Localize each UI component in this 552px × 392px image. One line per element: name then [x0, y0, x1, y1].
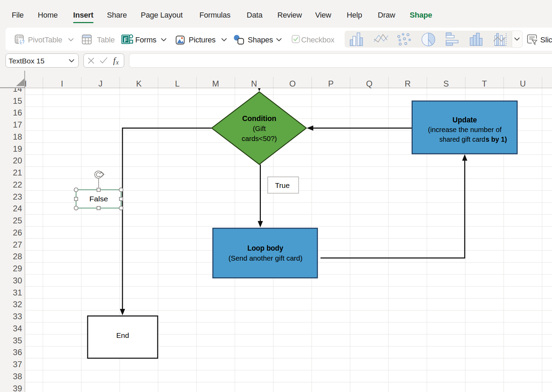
svg-text:S: S	[443, 79, 449, 88]
svg-text:Loop body: Loop body	[247, 244, 284, 252]
svg-text:31: 31	[13, 288, 22, 297]
svg-text:K: K	[136, 79, 142, 88]
svg-text:Q: Q	[366, 79, 373, 88]
svg-text:(Gift: (Gift	[253, 124, 266, 132]
svg-text:s by 1): s by 1)	[486, 135, 507, 143]
svg-text:19: 19	[13, 144, 22, 153]
svg-text:cards<50?): cards<50?)	[242, 134, 277, 142]
svg-text:23: 23	[13, 192, 22, 201]
svg-text:O: O	[289, 79, 296, 88]
svg-text:(Send another gift card): (Send another gift card)	[228, 254, 303, 262]
svg-text:P: P	[328, 79, 334, 88]
svg-text:34: 34	[13, 324, 22, 333]
svg-text:35: 35	[13, 336, 22, 345]
svg-text:Update: Update	[453, 115, 477, 124]
svg-text:32: 32	[13, 300, 22, 309]
svg-text:33: 33	[13, 312, 22, 321]
svg-text:R: R	[405, 79, 411, 88]
svg-text:M: M	[212, 79, 219, 88]
svg-text:shared gift card: shared gift card	[440, 135, 485, 143]
svg-text:Condition: Condition	[242, 114, 276, 123]
svg-text:39: 39	[13, 384, 22, 392]
svg-text:False: False	[89, 195, 108, 203]
svg-text:T: T	[482, 79, 487, 88]
svg-text:25: 25	[13, 216, 22, 225]
svg-text:L: L	[175, 79, 179, 88]
svg-text:20: 20	[13, 156, 22, 165]
svg-text:N: N	[251, 79, 257, 88]
svg-text:37: 37	[13, 360, 22, 369]
svg-text:U: U	[520, 79, 526, 88]
svg-text:18: 18	[13, 132, 22, 141]
svg-text:22: 22	[13, 180, 22, 189]
svg-text:27: 27	[13, 240, 22, 249]
svg-text:16: 16	[13, 108, 22, 117]
svg-text:J: J	[98, 79, 102, 88]
svg-text:30: 30	[13, 276, 22, 285]
svg-text:29: 29	[13, 264, 22, 273]
svg-text:17: 17	[13, 120, 22, 129]
svg-text:21: 21	[13, 168, 22, 177]
svg-text:28: 28	[13, 252, 22, 261]
svg-text:(increase the number of: (increase the number of	[428, 125, 502, 133]
svg-text:38: 38	[13, 372, 22, 381]
svg-text:15: 15	[13, 96, 22, 105]
svg-text:26: 26	[13, 228, 22, 237]
svg-text:24: 24	[13, 204, 22, 213]
svg-text:36: 36	[13, 348, 22, 357]
svg-text:End: End	[116, 331, 129, 339]
svg-text:True: True	[275, 181, 289, 189]
svg-text:I: I	[61, 79, 63, 88]
